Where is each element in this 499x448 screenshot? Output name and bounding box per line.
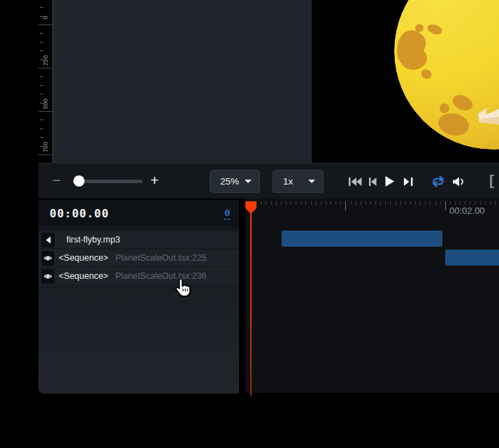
speaker-icon[interactable] — [41, 233, 55, 247]
remotion-studio-window: 0250500750 — [0, 0, 499, 448]
time-ruler-tick — [475, 201, 476, 205]
time-ruler-tick — [301, 201, 301, 205]
eye-icon[interactable] — [41, 269, 55, 284]
zoom-slider-thumb[interactable] — [73, 175, 85, 187]
loop-toggle[interactable] — [430, 175, 447, 187]
ruler-tick — [40, 42, 43, 43]
timeline-section: 00:00.00 0 first-flyby.mp3<Sequence>Plan… — [38, 198, 499, 393]
loop-icon — [430, 175, 447, 187]
time-ruler-tick — [356, 201, 356, 205]
ruler-tick — [40, 94, 43, 94]
time-ruler-tick — [405, 201, 406, 205]
ruler-tick — [40, 120, 43, 120]
timeline-tracks-area[interactable]: 00:02.00 — [245, 198, 499, 393]
time-ruler-tick — [425, 201, 426, 205]
playback-rate-value: 1x — [283, 176, 293, 187]
play-icon — [384, 175, 395, 187]
timecode-display: 00:00.00 — [50, 207, 109, 220]
time-ruler-tick — [370, 201, 371, 205]
ruler-major-tick — [38, 111, 52, 112]
previous-frame-button[interactable] — [368, 177, 377, 187]
ruler-major-tick — [38, 68, 52, 68]
time-ruler-tick — [430, 201, 431, 205]
time-ruler-tick — [400, 201, 401, 205]
time-ruler-tick — [455, 201, 456, 205]
planet-graphic — [312, 0, 499, 163]
time-ruler-tick — [465, 201, 465, 205]
skip-to-start-icon — [348, 177, 362, 187]
ruler-tick — [40, 137, 43, 138]
ruler-tick — [40, 129, 43, 129]
track-name: first-flyby.mp3 — [66, 235, 120, 245]
time-ruler-tick — [470, 201, 470, 205]
time-ruler-tick — [390, 201, 391, 205]
zoom-out-button[interactable]: − — [52, 173, 61, 187]
time-ruler-tick — [375, 201, 376, 205]
track-source-ref: PlanetScaleOut.tsx:236 — [115, 271, 207, 281]
time-ruler-tick — [420, 201, 421, 205]
time-ruler-tick — [385, 201, 386, 205]
vertical-ruler[interactable]: 0250500750 — [38, 0, 53, 163]
ruler-tick — [40, 7, 43, 8]
time-ruler-tick — [261, 201, 261, 205]
track-source-ref: PlanetScaleOut.tsx:225 — [115, 253, 207, 263]
ruler-label: 0 — [42, 13, 49, 22]
time-ruler-tick — [321, 201, 321, 205]
composition-viewport — [312, 0, 499, 163]
time-ruler-tick — [326, 201, 326, 205]
ruler-label: 500 — [42, 99, 49, 109]
time-ruler-tick — [435, 201, 436, 205]
ruler-label: 750 — [42, 143, 49, 152]
track-name: <Sequence> — [59, 253, 108, 263]
track-row[interactable]: <Sequence>PlanetScaleOut.tsx:236 — [38, 268, 239, 284]
playback-toolbar: − + 25% 1x — [38, 163, 499, 198]
track-row[interactable]: first-flyby.mp3 — [38, 231, 239, 248]
time-ruler-major-tick — [445, 201, 446, 210]
ruler-tick — [40, 33, 43, 34]
play-button[interactable] — [384, 175, 395, 187]
time-ruler-tick — [305, 201, 306, 205]
ruler-major-tick — [38, 154, 52, 155]
time-ruler-tick — [276, 201, 277, 205]
playhead-line — [250, 203, 252, 396]
time-ruler-tick — [316, 201, 317, 205]
previous-frame-icon — [368, 177, 377, 187]
frame-number-link[interactable]: 0 — [224, 208, 230, 219]
time-ruler-tick — [340, 201, 341, 205]
time-ruler-tick — [480, 201, 481, 205]
zoom-level-value: 25% — [220, 176, 239, 187]
in-marker-bracket[interactable]: [ — [489, 172, 494, 189]
ruler-label: 250 — [42, 56, 49, 66]
preview-area: 0250500750 — [38, 0, 499, 163]
skip-to-start-button[interactable] — [348, 177, 362, 187]
eye-icon[interactable] — [41, 251, 55, 266]
time-ruler-tick — [410, 201, 411, 205]
track-row[interactable]: <Sequence>PlanetScaleOut.tsx:225 — [38, 250, 239, 266]
time-ruler-tick — [291, 201, 291, 205]
sequence-bar[interactable] — [282, 231, 442, 247]
sequence-bar[interactable] — [445, 250, 499, 266]
canvas-background — [53, 0, 312, 163]
playback-rate-dropdown[interactable]: 1x — [273, 170, 324, 193]
zoom-in-button[interactable]: + — [150, 173, 159, 187]
time-ruler-tick — [331, 201, 331, 205]
track-list: first-flyby.mp3<Sequence>PlanetScaleOut.… — [38, 231, 239, 284]
time-ruler-tick — [361, 201, 361, 205]
time-ruler-tick — [311, 201, 312, 205]
time-ruler-tick — [380, 201, 381, 205]
ruler-tick — [40, 50, 43, 51]
ruler-tick — [40, 76, 43, 77]
track-name: <Sequence> — [59, 271, 108, 281]
zoom-level-dropdown[interactable]: 25% — [210, 170, 260, 193]
ruler-tick — [40, 85, 43, 86]
timeline-track-panel: 00:00.00 0 first-flyby.mp3<Sequence>Plan… — [38, 200, 239, 393]
time-ruler-tick — [490, 201, 491, 205]
time-ruler-major-tick — [345, 201, 346, 210]
time-ruler-tick — [460, 201, 461, 205]
time-ruler-tick — [266, 201, 266, 205]
volume-button[interactable] — [452, 176, 465, 187]
chevron-down-icon — [308, 180, 315, 183]
time-ruler-tick — [271, 201, 272, 205]
next-frame-button[interactable] — [403, 177, 414, 187]
time-ruler-tick — [351, 201, 352, 205]
